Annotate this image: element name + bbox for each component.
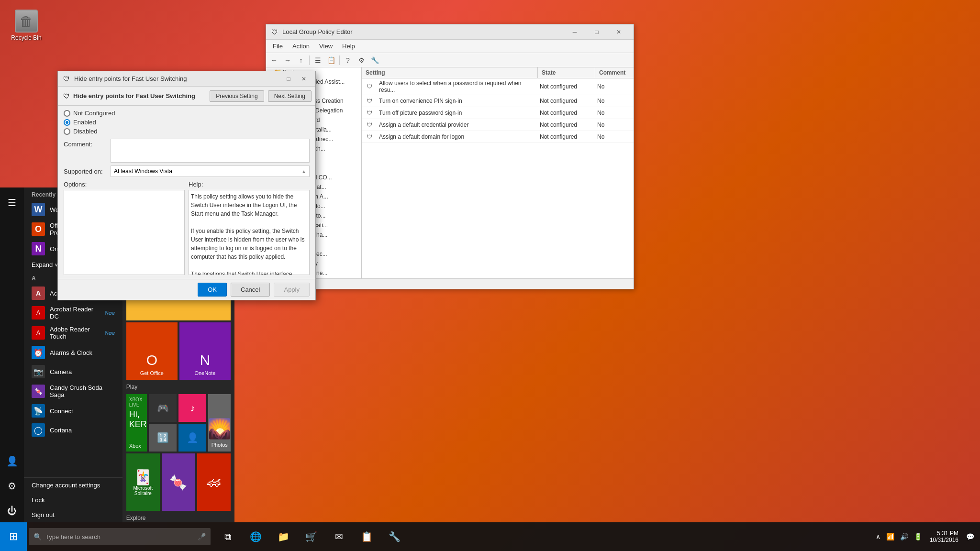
- lgpe-close-button[interactable]: ✕: [608, 24, 630, 40]
- tile-onenote[interactable]: N OneNote: [179, 322, 231, 380]
- toolbar-filter2[interactable]: 🔧: [368, 55, 381, 66]
- apply-button[interactable]: Apply: [274, 283, 310, 297]
- policy-icon-2: 🛡: [364, 107, 375, 119]
- recycle-bin-label: Recycle Bin: [11, 34, 41, 41]
- action-center-icon[interactable]: 💬: [964, 532, 976, 541]
- comment-textarea[interactable]: [111, 139, 310, 163]
- comment-label: Comment:: [64, 139, 107, 148]
- tile-calculator[interactable]: 🔢: [149, 424, 177, 452]
- taskbar-app6[interactable]: 🔧: [381, 522, 408, 551]
- tile-get-office[interactable]: O Get Office: [126, 322, 178, 380]
- start-hamburger-button[interactable]: ☰: [0, 191, 23, 214]
- menu-view[interactable]: View: [314, 41, 337, 52]
- start-expand-label: Expand: [32, 261, 53, 268]
- policy-comment-0: No: [595, 82, 634, 91]
- ok-button[interactable]: OK: [198, 283, 227, 297]
- toolbar-filter[interactable]: ⚙: [355, 55, 368, 66]
- dialog-close-button[interactable]: ✕: [296, 71, 312, 87]
- tray-clock[interactable]: 5:31 PM 10/31/2016: [926, 529, 962, 544]
- radio-enabled[interactable]: Enabled: [64, 119, 310, 126]
- policy-row-0[interactable]: 🛡 Allow users to select when a password …: [362, 78, 634, 95]
- tile-xbox-game[interactable]: 🎮: [149, 394, 177, 422]
- tile-people[interactable]: 👤: [178, 424, 206, 452]
- options-textarea[interactable]: [64, 190, 185, 275]
- radio-not-configured[interactable]: Not Configured: [64, 110, 310, 117]
- sign-out-button[interactable]: Sign out: [24, 507, 122, 522]
- policy-row-3[interactable]: 🛡 Assign a default credential provider N…: [362, 119, 634, 131]
- supported-scroll-up[interactable]: ▲: [301, 169, 306, 174]
- policy-row-4[interactable]: 🛡 Assign a default domain for logon Not …: [362, 131, 634, 143]
- taskbar-app5[interactable]: 📋: [353, 522, 380, 551]
- lgpe-minimize-button[interactable]: ─: [564, 24, 586, 40]
- prev-setting-button[interactable]: Previous Setting: [210, 90, 264, 102]
- taskbar-task-view[interactable]: ⧉: [214, 522, 241, 551]
- start-power-button[interactable]: ⏻: [0, 499, 23, 522]
- tile-solitaire[interactable]: 🃏 Microsoft Solitaire: [126, 453, 160, 511]
- taskbar-edge[interactable]: 🌐: [242, 522, 269, 551]
- start-app-icon-onenote: N: [32, 242, 45, 255]
- search-box[interactable]: 🔍 Type here to search 🎤: [29, 528, 211, 545]
- lgpe-statusbar: 22 setting(s): [266, 278, 634, 289]
- lgpe-window: 🛡 Local Group Policy Editor ─ □ ✕ File A…: [266, 24, 634, 289]
- tile-groove[interactable]: ♪: [178, 394, 206, 422]
- policy-state-0: Not configured: [538, 82, 595, 91]
- start-settings-button[interactable]: ⚙: [0, 474, 23, 497]
- toolbar-help[interactable]: ?: [342, 55, 354, 66]
- start-user-button[interactable]: 👤: [0, 450, 23, 473]
- start-app-label-alarms: Alarms & Clock: [50, 349, 92, 356]
- menu-action[interactable]: Action: [288, 41, 314, 52]
- start-app-cortana[interactable]: ◯ Cortana: [24, 420, 122, 440]
- tray-network[interactable]: 📶: [884, 532, 896, 541]
- toolbar-back[interactable]: ←: [268, 55, 280, 66]
- get-office-icon: O: [146, 352, 157, 368]
- toolbar-up[interactable]: ↑: [295, 55, 307, 66]
- lgpe-toolbar: ← → ↑ ☰ 📋 ? ⚙ 🔧: [266, 53, 634, 67]
- start-app-candy[interactable]: 🍬 Candy Crush Soda Saga: [24, 381, 122, 401]
- policy-state-3: Not configured: [538, 120, 595, 130]
- tiles-row-2: O Get Office N OneNote: [126, 322, 231, 380]
- menu-help[interactable]: Help: [337, 41, 360, 52]
- radio-disabled[interactable]: Disabled: [64, 128, 310, 135]
- start-app-acrobat[interactable]: A Acrobat Reader DC New: [24, 303, 122, 323]
- lock-button[interactable]: Lock: [24, 493, 122, 507]
- dialog-options-help: Options: Help: This policy setting allow…: [64, 181, 310, 275]
- next-setting-button[interactable]: Next Setting: [268, 90, 312, 102]
- lgpe-maximize-button[interactable]: □: [586, 24, 608, 40]
- taskbar-file-explorer[interactable]: 📁: [270, 522, 297, 551]
- adobe-touch-new-badge: New: [105, 331, 115, 336]
- tray-volume[interactable]: 🔊: [898, 532, 910, 541]
- toolbar-properties[interactable]: 📋: [325, 55, 337, 66]
- taskbar-store[interactable]: 🛒: [298, 522, 324, 551]
- start-app-icon-office-prefs: O: [32, 222, 45, 236]
- tray-battery[interactable]: 🔋: [912, 532, 924, 541]
- tile-photos[interactable]: 🌄 Photos: [208, 394, 231, 452]
- microphone-icon[interactable]: 🎤: [198, 533, 206, 540]
- lgpe-right-panel: Setting State Comment 🛡 Allow users to s…: [362, 67, 634, 278]
- tile-soda-saga[interactable]: 🍬: [162, 453, 195, 511]
- start-app-icon-connect: 📡: [32, 404, 45, 418]
- radio-circle-not-configured: [64, 110, 70, 117]
- cancel-button[interactable]: Cancel: [231, 283, 270, 297]
- start-app-adobe-touch[interactable]: A Adobe Reader Touch New: [24, 323, 122, 343]
- policy-row-1[interactable]: 🛡 Turn on convenience PIN sign-in Not co…: [362, 95, 634, 107]
- start-app-camera[interactable]: 📷 Camera: [24, 362, 122, 381]
- start-app-connect[interactable]: 📡 Connect: [24, 401, 122, 420]
- menu-file[interactable]: File: [268, 41, 288, 52]
- start-app-label-candy: Candy Crush Soda Saga: [50, 384, 115, 398]
- tile-xbox[interactable]: XBOX LIVE Hi, KERNELARG Xbox: [126, 394, 147, 452]
- taskbar-mail[interactable]: ✉: [325, 522, 352, 551]
- policy-row-2[interactable]: 🛡 Turn off picture password sign-in Not …: [362, 107, 634, 119]
- search-box-icon: 🔍: [33, 533, 42, 540]
- toolbar-show-hide[interactable]: ☰: [312, 55, 324, 66]
- dialog-maximize-button[interactable]: □: [281, 71, 296, 87]
- dialog-footer: OK Cancel Apply: [58, 279, 315, 300]
- start-button[interactable]: ⊞: [0, 522, 27, 551]
- start-app-alarms[interactable]: ⏰ Alarms & Clock: [24, 343, 122, 362]
- toolbar-forward[interactable]: →: [281, 55, 294, 66]
- start-app-label-camera: Camera: [50, 368, 72, 375]
- tile-racing[interactable]: 🏎: [197, 453, 231, 511]
- change-account-settings-button[interactable]: Change account settings: [24, 478, 122, 493]
- recycle-bin-icon[interactable]: 🗑 Recycle Bin: [10, 10, 43, 41]
- policy-comment-2: No: [595, 108, 634, 118]
- tray-chevron[interactable]: ∧: [874, 532, 882, 541]
